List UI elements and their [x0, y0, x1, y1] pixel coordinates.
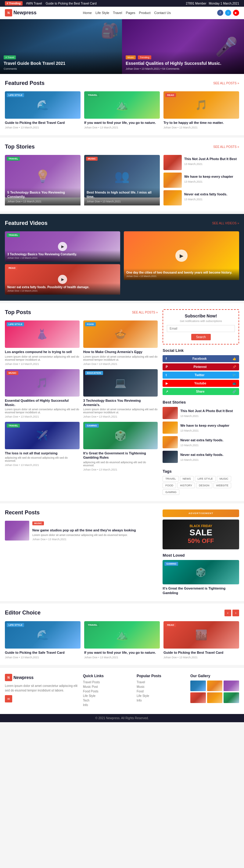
featured-posts-see-all[interactable]: SEE ALL POSTS »	[213, 82, 239, 85]
twitter-social-row[interactable]: t Twitter 🐦	[163, 372, 239, 379]
story-main-2[interactable]: MUSIC 👥 Best friends in high school life…	[84, 155, 160, 206]
youtube-social-row[interactable]: ▶ Youtube 📺	[163, 380, 239, 387]
footer-popular-link[interactable]: Music	[137, 685, 185, 688]
top-stories-see-all[interactable]: SEE ALL POSTS »	[213, 145, 239, 149]
best-story-meta-3: 13 March,2021	[180, 444, 223, 447]
nav-contact[interactable]: Contact Us	[154, 11, 171, 14]
list-item[interactable]: READ 🏙️ Guide to Picking the Best Travel…	[163, 621, 239, 659]
best-story-meta-2: 13 March,2021	[180, 429, 229, 432]
hero-left[interactable]: 🎒 # Travel Travel Guide Book Travel 2021…	[0, 19, 122, 74]
list-item[interactable]: GAMING 🎲 It's Great the Government is Ti…	[83, 422, 158, 471]
best-story-title-4: Never eat extra fatty foods.	[180, 453, 223, 457]
ad-black-friday: BLACK FRIDAY	[167, 524, 234, 528]
tag[interactable]: LIFE STYLE	[195, 476, 216, 482]
list-item[interactable]: This Not Just A Photo But It Best 13 Mar…	[163, 155, 239, 170]
hero-right[interactable]: 🎤 Music Trending Essential Qualities of …	[122, 19, 244, 74]
list-item[interactable]: TRAVEL ⛰️ If you want to find your life,…	[84, 91, 160, 129]
nav-youtube-btn[interactable]: ▶	[233, 10, 239, 16]
editor-next-button[interactable]: ›	[233, 610, 239, 616]
video-card-2[interactable]: READ ▶ Never eat extra fatty foods. Poss…	[5, 264, 120, 294]
footer-link[interactable]: Life Style	[83, 694, 132, 698]
post-meta: Johan Doe • 13 March,2021	[5, 363, 80, 366]
tag[interactable]: DESIGN	[196, 483, 212, 488]
tag[interactable]: FOOD	[163, 483, 176, 488]
nav-links: Home Life Style Travel Pages Product Con…	[83, 11, 171, 14]
list-item[interactable]: FOOD 🍲 How to Make Chureg Armenia's Eggy…	[83, 320, 158, 365]
pinterest-social-row[interactable]: P Pinterest 📌	[163, 363, 239, 370]
list-item[interactable]: We have to keep every chapter 13 March,2…	[163, 422, 239, 434]
subscribe-button[interactable]: Search	[191, 334, 211, 340]
logo[interactable]: N Newpress	[5, 9, 36, 17]
gallery-image-2[interactable]	[207, 681, 223, 691]
play-button-1[interactable]: ▶	[58, 242, 67, 251]
list-item[interactable]: MUSIC New game studios pop up all the ti…	[5, 521, 158, 540]
footer-popular-link[interactable]: Life Style	[137, 694, 185, 698]
list-item[interactable]: MUSIC 🎵 Essential Qualities of Highly Su…	[5, 369, 80, 418]
editor-post-meta-3: Johan Doe • 13 March,2021	[163, 656, 239, 659]
gallery-image-4[interactable]	[190, 692, 206, 703]
most-loved-post[interactable]: GAMING 🎲 It's Great the Government is Ti…	[163, 560, 239, 595]
tag[interactable]: WEBSITE	[214, 483, 232, 488]
share-social-row[interactable]: ↗ Share 🔗	[163, 388, 239, 395]
nav-twitter-btn[interactable]: t	[225, 10, 231, 16]
play-button-2[interactable]: ▶	[58, 275, 67, 284]
gallery-image-1[interactable]	[190, 681, 206, 691]
tag[interactable]: TRAVEL	[163, 476, 179, 482]
footer-link[interactable]: Info	[83, 703, 132, 707]
subscribe-email-input[interactable]	[167, 325, 235, 332]
best-story-image-3	[163, 436, 178, 448]
nav-travel[interactable]: Travel	[113, 11, 122, 14]
gallery-image-3[interactable]	[223, 681, 239, 691]
story-main-1[interactable]: TRAVEL 💡 5 Technology Basics You Reviewi…	[5, 155, 81, 206]
list-item[interactable]: This Not Just A Photo But It Best 13 Mar…	[163, 407, 239, 419]
nav-lifestyle[interactable]: Life Style	[96, 11, 109, 14]
footer-link[interactable]: Tech	[83, 699, 132, 702]
list-item[interactable]: We have to keep every chapter 13 March,2…	[163, 173, 239, 188]
post-title: Try to be happy all the time no matter.	[163, 121, 239, 125]
nav-home[interactable]: Home	[83, 11, 92, 14]
tag[interactable]: HISTORY	[177, 483, 195, 488]
footer-link[interactable]: Food Posts	[83, 690, 132, 693]
nav-facebook-btn[interactable]: f	[217, 10, 223, 16]
footer-logo[interactable]: N Newpress	[5, 674, 78, 681]
list-item[interactable]: Never eat extra fatty foods. 13 March,20…	[163, 436, 239, 448]
video-main-card[interactable]: ▶ One day the cities of two thousand and…	[124, 231, 239, 294]
featured-posts-section: Featured Posts SEE ALL POSTS » LIFE STYL…	[0, 74, 244, 135]
list-item[interactable]: LIFE STYLE 🌊 Guide to Picking the Best T…	[5, 91, 81, 129]
post-title: If you want to find your life, you go to…	[84, 121, 160, 125]
facebook-social-row[interactable]: f Facebook 👍	[163, 355, 239, 362]
trending-badge: # Trending	[5, 1, 23, 5]
recent-posts-list: MUSIC New game studios pop up all the ti…	[5, 521, 158, 540]
top-posts-layout: Top Posts SEE ALL POSTS » LIFE STYLE 👗 L…	[5, 309, 239, 495]
youtube-icon: ▶	[166, 382, 168, 385]
gallery-image-5[interactable]	[207, 692, 223, 703]
footer-popular-link[interactable]: Travel	[137, 681, 185, 684]
editor-prev-button[interactable]: ‹	[224, 610, 231, 616]
nav-product[interactable]: Product	[139, 11, 151, 14]
list-item[interactable]: Never eat extra fatty foods. 13 March,20…	[163, 451, 239, 463]
footer-grid: N Newpress Lorem ipsum dolor sit amet co…	[5, 674, 239, 708]
video-card-1[interactable]: TRAVEL ▶ 3 Technology Basics You Reviewi…	[5, 231, 120, 262]
gallery-image-6[interactable]	[223, 692, 239, 703]
nav-pages[interactable]: Pages	[126, 11, 135, 14]
featured-videos-see-all[interactable]: SEE ALL VIDEOS »	[212, 222, 239, 225]
list-item[interactable]: TRAVEL ⛰️ If you want to find your life,…	[84, 621, 160, 659]
list-item[interactable]: LIFE STYLE 👗 Los angeles compound he is …	[5, 320, 80, 365]
footer-popular-link[interactable]: Info	[137, 699, 185, 702]
list-item[interactable]: TRAVEL ✈️ The loss is not all that surpr…	[5, 422, 80, 471]
footer-popular-link[interactable]: Food	[137, 690, 185, 693]
footer-subscribe-icon[interactable]: ✉	[5, 695, 12, 703]
top-posts-see-all[interactable]: SEE ALL POSTS »	[132, 311, 158, 314]
footer-link[interactable]: Music Post	[83, 685, 132, 688]
tag[interactable]: NEWS	[180, 476, 194, 482]
post-title: The loss is not all that surprising	[5, 451, 80, 455]
main-play-button[interactable]: ▶	[175, 250, 188, 262]
list-item[interactable]: EDUCATION 💻 3 Technology Basics You Revi…	[83, 369, 158, 418]
list-item[interactable]: READ 🎵 Try to be happy all the time no m…	[163, 91, 239, 129]
list-item[interactable]: LIFE STYLE 🌊 Guide to Picking the Safe T…	[5, 621, 81, 659]
tag[interactable]: GAMING	[163, 489, 179, 495]
list-item[interactable]: Never eat extra fatty foods. 13 March,20…	[163, 190, 239, 206]
footer-link[interactable]: Travel Posts	[83, 681, 132, 684]
post-desc: Lorem ipsum dolor sit amet consectetur a…	[83, 355, 158, 361]
tag[interactable]: MUSIC	[217, 476, 231, 482]
